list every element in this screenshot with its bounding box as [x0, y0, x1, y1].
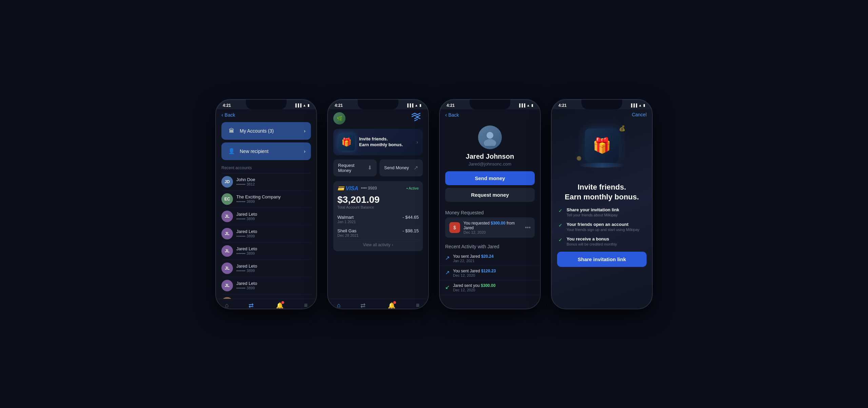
tx-amount-2: - $98.15 [402, 228, 419, 233]
phone-4: 4:21 ▐▐▐ ▲ ▮ Cancel 🎁 💰 🪙 Invite friend [551, 99, 653, 309]
phone-3-time: 4:21 [447, 103, 455, 108]
check-icon-3: ✓ [558, 237, 563, 242]
phones-container: 4:21 ▐▐▐ ▲ ▮ ‹ Back 🏛 My Accounts (3) [215, 99, 653, 309]
contact-avatar: EC [221, 193, 233, 205]
transaction-walmart: Walmart Jan 1 2021 - $44.65 [337, 213, 419, 226]
request-icon: ⬇ [368, 164, 372, 171]
signal-icon: ▐▐▐ [294, 103, 301, 107]
user-avatar[interactable]: 🌿 [333, 112, 346, 124]
phone-4-notch [581, 100, 622, 109]
invite-features: ✓ Share your invitation link Tell your f… [552, 207, 652, 246]
send-icon: ↗ [414, 164, 418, 171]
app-logo [409, 112, 423, 125]
contact-account: ••••••• 3899 [236, 251, 311, 255]
request-money-btn-3[interactable]: Request money [445, 188, 535, 202]
view-all-activity[interactable]: View all activity › [337, 240, 419, 247]
notification-badge [281, 301, 284, 304]
send-money-button[interactable]: Send Money ↗ [379, 159, 423, 176]
card-section: 💳 VISA •••• 9989 • Active $3,201.09 Tota… [333, 181, 423, 251]
phone-1-actions: 🏛 My Accounts (3) › 👤 New recipient › [216, 122, 316, 160]
svg-point-1 [484, 139, 496, 146]
contact-account: ••••••• 3899 [236, 199, 311, 203]
phone-1-content: ‹ Back 🏛 My Accounts (3) › 👤 New recipie… [216, 109, 316, 309]
back-button-3[interactable]: ‹ Back [445, 112, 535, 118]
contact-avatar: JL [221, 245, 233, 257]
check-icon-2: ✓ [558, 222, 563, 228]
feature-desc-2: Your friends sign up and start using Mil… [567, 228, 645, 232]
contact-item[interactable]: EC The Exciting Company ••••••• 3899 [221, 191, 311, 208]
contact-account: ••••••• 3899 [236, 269, 311, 273]
feature-title-1: Share your invitation link [567, 207, 645, 212]
phone-1: 4:21 ▐▐▐ ▲ ▮ ‹ Back 🏛 My Accounts (3) [215, 99, 317, 309]
battery-icon-4: ▮ [643, 103, 645, 107]
request-date: Dec 12, 2020 [463, 230, 521, 234]
nav-menu-2[interactable]: ≡ Menu [413, 302, 422, 309]
nav-transfers-2[interactable]: ⇄ Transfers [356, 302, 370, 309]
feature-title-2: Your friends open an account [567, 222, 645, 227]
phone-2-notch [358, 100, 398, 109]
contact-avatar: JL [221, 228, 233, 239]
phone-2-status-icons: ▐▐▐ ▲ ▮ [406, 103, 421, 107]
gift-box-icon: 🎁 [338, 134, 355, 151]
svg-point-0 [487, 132, 493, 139]
phone-1-status-icons: ▐▐▐ ▲ ▮ [294, 103, 310, 107]
wifi-icon: ▲ [303, 103, 306, 107]
chevron-left-icon-3: ‹ [445, 112, 447, 118]
contact-avatar: JL [221, 263, 233, 274]
activity-date-2: Dec 12, 2020 [453, 273, 496, 277]
wifi-icon-4: ▲ [638, 103, 642, 107]
big-gift-icon: 🎁 [585, 129, 619, 162]
more-dots-icon[interactable]: ••• [525, 225, 531, 231]
visa-logo: 💳 VISA [337, 185, 358, 192]
new-recipient-label: New recipient [240, 149, 269, 154]
phone-3-status-icons: ▐▐▐ ▲ ▮ [518, 103, 533, 107]
contact-item[interactable]: JL Jared Leto ••••••• 3899 [221, 260, 311, 277]
contact-item[interactable]: JD John Doe ••••••• 3812 [221, 173, 311, 191]
my-accounts-button[interactable]: 🏛 My Accounts (3) › [221, 122, 311, 140]
feature-3: ✓ You receive a bonus Bonus will be cred… [558, 236, 645, 246]
contact-account: ••••••• 3899 [236, 234, 311, 238]
phone-2-content: 🌿 🎁 Invite friends. Earn monthly bonus. … [328, 109, 428, 309]
nav-menu[interactable]: ≡ Menu [301, 302, 310, 309]
contact-name: Jared Leto [236, 246, 311, 251]
received-arrow-icon: ↙ [445, 284, 450, 290]
feature-desc-3: Bonus will be credited monthly [567, 242, 645, 246]
contact-item[interactable]: JL Jared Leto ••••••• 3899 [221, 277, 311, 294]
profile-name: Jared Johnson [466, 153, 514, 160]
contact-name: Jared Leto [236, 212, 311, 217]
nav-home-2[interactable]: ⌂ Home [334, 302, 343, 309]
phone-2-bottom-nav: ⌂ Home ⇄ Transfers 🔔 Notifications ≡ M [328, 299, 428, 309]
transfers-icon: ⇄ [249, 302, 254, 309]
contact-item[interactable]: JL Jared Leto ••••••• 3899 [221, 225, 311, 242]
phone-2-header: 🌿 [328, 109, 428, 129]
send-money-btn-3[interactable]: Send money [445, 171, 535, 185]
menu-icon-2: ≡ [416, 302, 420, 309]
menu-icon: ≡ [304, 302, 308, 309]
request-money-button[interactable]: Request Money ⬇ [333, 159, 377, 176]
promo-chevron-icon: › [416, 139, 418, 145]
card-row: 💳 VISA •••• 9989 • Active [337, 185, 419, 192]
profile-email: Jared@johnsonc.com [469, 161, 511, 167]
nav-home[interactable]: ⌂ Home [222, 302, 231, 309]
balance-label: Total Account Balance [337, 205, 419, 209]
nav-notifications[interactable]: 🔔 Notifications [271, 302, 289, 309]
activity-3: ↙ Jared sent you $300.00 Dec 12, 2020 [440, 280, 540, 295]
contact-item[interactable]: JL Jared Leto ••••••• 3899 [221, 208, 311, 225]
activity-date-1: Jan 22, 2021 [453, 259, 494, 263]
share-invitation-button[interactable]: Share invitation link [557, 252, 647, 267]
contact-avatar: JL [221, 211, 233, 222]
cancel-button[interactable]: Cancel [632, 112, 647, 117]
promo-banner[interactable]: 🎁 Invite friends. Earn monthly bonus. › [333, 129, 423, 155]
activity-date-3: Dec 12, 2020 [453, 288, 495, 292]
back-button[interactable]: ‹ Back [221, 112, 235, 118]
signal-icon-4: ▐▐▐ [630, 103, 637, 107]
signal-icon-2: ▐▐▐ [406, 103, 413, 107]
new-recipient-button[interactable]: 👤 New recipient › [221, 142, 311, 160]
back-label-3: Back [448, 112, 459, 118]
nav-notifications-2[interactable]: 🔔 Notifications [382, 302, 401, 309]
nav-transfers[interactable]: ⇄ Transfers [244, 302, 258, 309]
battery-icon: ▮ [308, 103, 310, 107]
contact-item[interactable]: JL Jared Leto ••••••• 3899 [221, 242, 311, 260]
view-all-chevron: › [392, 242, 393, 247]
back-label: Back [224, 112, 235, 118]
